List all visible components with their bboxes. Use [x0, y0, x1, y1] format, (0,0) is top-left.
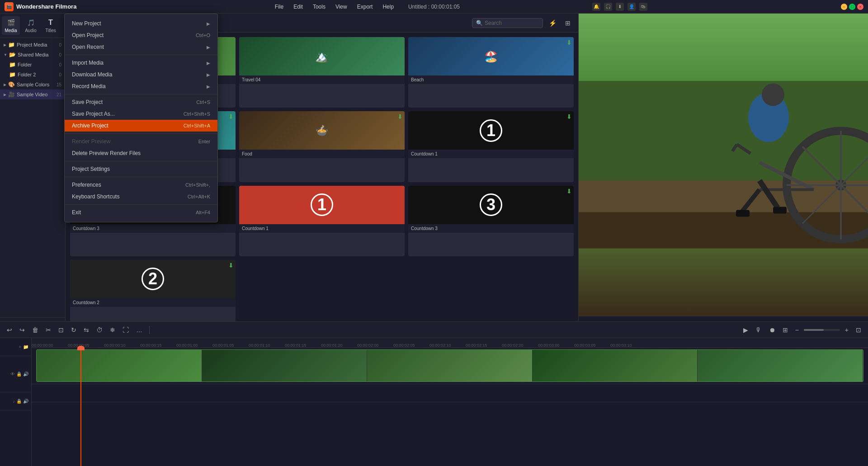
record-media-arrow: ▶: [207, 84, 210, 89]
file-menu-dropdown: New Project ▶ Open Project Ctrl+O Open R…: [64, 14, 218, 222]
menu-section-7: Exit Alt+F4: [65, 205, 217, 220]
import-media-arrow: ▶: [207, 61, 210, 66]
menu-render-preview: Render Preview Enter: [65, 136, 217, 147]
menu-open-project[interactable]: Open Project Ctrl+O: [65, 29, 217, 41]
menu-keyboard-shortcuts[interactable]: Keyboard Shortcuts Ctrl+Alt+K: [65, 191, 217, 202]
menu-new-project[interactable]: New Project ▶: [65, 18, 217, 29]
new-project-arrow: ▶: [207, 21, 210, 26]
menu-delete-preview[interactable]: Delete Preview Render Files: [65, 147, 217, 159]
menu-save-project[interactable]: Save Project Ctrl+S: [65, 96, 217, 108]
menu-project-settings[interactable]: Project Settings: [65, 163, 217, 175]
menu-open-recent[interactable]: Open Recent ▶: [65, 41, 217, 53]
menu-section-4: Render Preview Enter Delete Preview Rend…: [65, 134, 217, 161]
menu-record-media[interactable]: Record Media ▶: [65, 80, 217, 92]
menu-section-1: New Project ▶ Open Project Ctrl+O Open R…: [65, 16, 217, 55]
menu-exit[interactable]: Exit Alt+F4: [65, 207, 217, 218]
menu-preferences[interactable]: Preferences Ctrl+Shift+,: [65, 179, 217, 191]
menu-archive-project[interactable]: Archive Project Ctrl+Shift+A: [65, 120, 217, 132]
open-recent-arrow: ▶: [207, 45, 210, 50]
menu-import-media[interactable]: Import Media ▶: [65, 57, 217, 69]
menu-section-3: Save Project Ctrl+S Save Project As... C…: [65, 94, 217, 134]
menu-section-2: Import Media ▶ Download Media ▶ Record M…: [65, 55, 217, 94]
menu-overlay[interactable]: New Project ▶ Open Project Ctrl+O Open R…: [0, 0, 868, 466]
menu-section-5: Project Settings: [65, 161, 217, 177]
menu-save-project-as[interactable]: Save Project As... Ctrl+Shift+S: [65, 108, 217, 120]
download-media-arrow: ▶: [207, 72, 210, 77]
menu-section-6: Preferences Ctrl+Shift+, Keyboard Shortc…: [65, 177, 217, 205]
menu-download-media[interactable]: Download Media ▶: [65, 69, 217, 80]
